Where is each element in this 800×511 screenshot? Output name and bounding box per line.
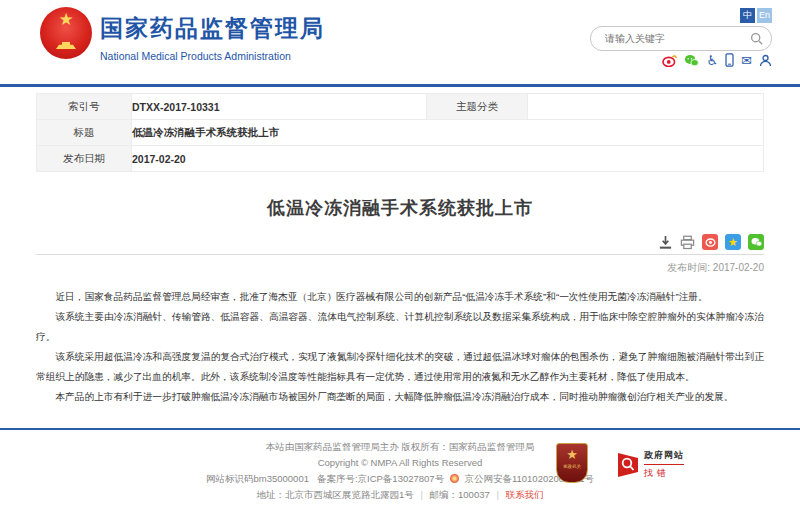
national-emblem-logo: ★ — [40, 7, 92, 59]
user-icon[interactable] — [759, 54, 772, 67]
divider: | — [492, 489, 502, 500]
article-title: 低温冷冻消融手术系统获批上市 — [36, 196, 764, 220]
site-footer: 本站由国家药品监督管理局主办 版权所有：国家药品监督管理局 Copyright … — [0, 428, 800, 511]
header-social-links: ♿ ✉ — [662, 53, 772, 67]
article-toolbar: ★ — [36, 234, 764, 250]
share-qzone-icon[interactable]: ★ — [725, 234, 741, 250]
publish-time: 发布时间: 2017-02-20 — [36, 261, 764, 275]
lang-en-button[interactable]: En — [757, 8, 772, 23]
footer-postcode: 邮编：100037 — [430, 489, 490, 500]
article-paragraph: 该系统主要由冷冻消融针、传输管路、低温容器、高温容器、流体电气控制系统、计算机控… — [36, 307, 764, 347]
article-paragraph: 该系统采用超低温冷冻和高强度复温的复合式治疗模式，实现了液氮制冷探针细化技术的突… — [36, 347, 764, 387]
category-label: 主题分类 — [427, 94, 528, 120]
title-label: 标题 — [37, 120, 132, 146]
error-report-line1: 政府网站 — [644, 449, 684, 465]
footer-address-line: 地址：北京市西城区展览路北露园1号 | 邮编：100037 | 联系我们 — [0, 487, 800, 503]
error-report-line2: 找错 — [644, 467, 684, 480]
site-subtitle: National Medical Products Administration — [100, 50, 325, 62]
document-info-table: 索引号 DTXX-2017-10331 主题分类 标题 低温冷冻消融手术系统获批… — [36, 93, 764, 172]
date-label: 发布日期 — [37, 146, 132, 172]
government-agency-badge[interactable]: ★ 党政机关 — [556, 443, 588, 483]
badge-text: 党政机关 — [563, 463, 581, 469]
footer-icp[interactable]: 备案序号:京ICP备13027807号 — [317, 473, 444, 484]
site-title: 国家药品监督管理局 — [100, 13, 325, 44]
search-input[interactable] — [603, 32, 750, 45]
emblem-gate-icon — [56, 42, 76, 49]
lang-zh-button[interactable]: 中 — [740, 8, 755, 23]
table-row: 标题 低温冷冻消融手术系统获批上市 — [37, 120, 764, 146]
share-wechat-icon[interactable] — [748, 234, 764, 250]
wechat-icon[interactable] — [684, 54, 699, 67]
date-value: 2017-02-20 — [132, 146, 764, 172]
language-toggle: 中 En — [740, 8, 772, 23]
mail-icon[interactable]: ✉ — [741, 54, 752, 67]
search-box — [590, 26, 772, 51]
error-report-text: 政府网站 找错 — [644, 449, 684, 480]
title-value: 低温冷冻消融手术系统获批上市 — [132, 120, 764, 146]
article-paragraph: 本产品的上市有利于进一步打破肿瘤低温冷冻消融市场被国外厂商垄断的局面，大幅降低肿… — [36, 387, 764, 407]
police-badge-icon — [450, 474, 459, 483]
publish-time-label: 发布时间: — [667, 262, 710, 273]
table-row: 发布日期 2017-02-20 — [37, 146, 764, 172]
share-weibo-icon[interactable] — [702, 234, 718, 250]
index-label: 索引号 — [37, 94, 132, 120]
table-row: 索引号 DTXX-2017-10331 主题分类 — [37, 94, 764, 120]
emblem-star-icon: ★ — [40, 11, 92, 28]
footer-site-code: 网站标识码bm35000001 — [206, 473, 309, 484]
download-icon[interactable] — [658, 235, 673, 250]
weibo-icon[interactable] — [662, 54, 677, 67]
search-icon[interactable] — [750, 32, 763, 45]
divider — [36, 254, 764, 255]
accessibility-icon[interactable]: ♿ — [706, 54, 718, 67]
index-value: DTXX-2017-10331 — [132, 94, 427, 120]
mobile-icon[interactable] — [725, 53, 734, 67]
publish-time-value: 2017-02-20 — [713, 262, 764, 273]
category-value — [528, 94, 764, 120]
nmpa-webpage: ★ 国家药品监督管理局 National Medical Products Ad… — [0, 0, 800, 511]
article-paragraph: 近日，国家食品药品监督管理总局经审查，批准了海杰亚（北京）医疗器械有限公司的创新… — [36, 287, 764, 307]
badge-star-icon: ★ — [566, 447, 578, 463]
contact-us-link[interactable]: 联系我们 — [506, 489, 544, 500]
website-error-report-widget[interactable]: 政府网站 找错 — [612, 447, 690, 482]
divider: | — [416, 489, 426, 500]
print-icon[interactable] — [680, 235, 695, 250]
article-body: 近日，国家食品药品监督管理总局经审查，批准了海杰亚（北京）医疗器械有限公司的创新… — [36, 287, 764, 407]
site-branding: 国家药品监督管理局 National Medical Products Admi… — [100, 13, 325, 62]
error-report-flag-icon — [618, 452, 638, 478]
site-header: ★ 国家药品监督管理局 National Medical Products Ad… — [0, 0, 800, 87]
footer-address: 地址：北京市西城区展览路北露园1号 — [257, 489, 414, 500]
main-content: 索引号 DTXX-2017-10331 主题分类 标题 低温冷冻消融手术系统获批… — [36, 87, 764, 407]
